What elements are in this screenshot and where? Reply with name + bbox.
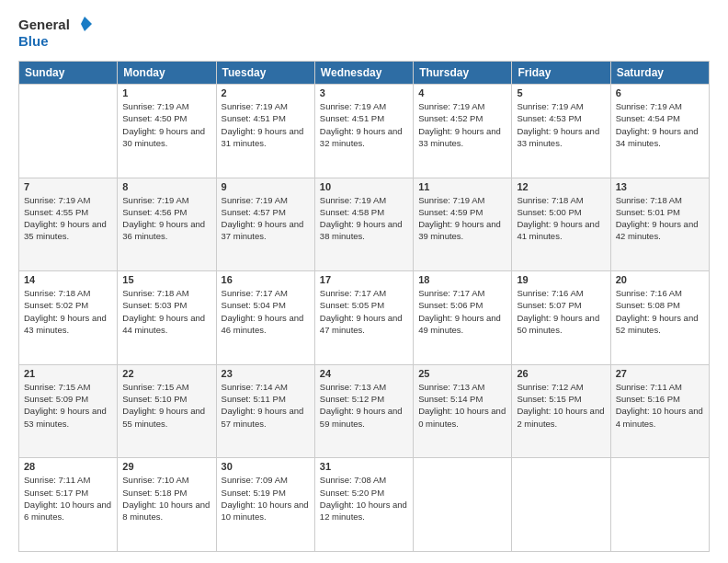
calendar-cell: 10Sunrise: 7:19 AM Sunset: 4:58 PM Dayli… (314, 178, 413, 271)
calendar-cell: 25Sunrise: 7:13 AM Sunset: 5:14 PM Dayli… (414, 364, 512, 458)
day-info: Sunrise: 7:16 AM Sunset: 5:08 PM Dayligh… (616, 287, 704, 336)
day-info: Sunrise: 7:19 AM Sunset: 4:51 PM Dayligh… (222, 100, 310, 149)
day-number: 22 (122, 368, 210, 379)
day-number: 25 (418, 368, 506, 379)
day-number: 17 (320, 274, 408, 285)
weekday-header-saturday: Saturday (610, 62, 709, 85)
day-info: Sunrise: 7:09 AM Sunset: 5:19 PM Dayligh… (222, 474, 310, 523)
day-info: Sunrise: 7:19 AM Sunset: 4:53 PM Dayligh… (517, 100, 605, 149)
day-number: 11 (418, 181, 506, 192)
day-number: 8 (122, 181, 210, 192)
week-row-4: 21Sunrise: 7:15 AM Sunset: 5:09 PM Dayli… (19, 364, 710, 458)
calendar-cell: 28Sunrise: 7:11 AM Sunset: 5:17 PM Dayli… (19, 458, 118, 552)
calendar-cell: 20Sunrise: 7:16 AM Sunset: 5:08 PM Dayli… (610, 271, 709, 365)
calendar-cell (512, 458, 610, 552)
day-info: Sunrise: 7:10 AM Sunset: 5:18 PM Dayligh… (122, 474, 210, 523)
day-info: Sunrise: 7:19 AM Sunset: 4:52 PM Dayligh… (418, 100, 506, 149)
calendar-cell: 8Sunrise: 7:19 AM Sunset: 4:56 PM Daylig… (118, 178, 216, 271)
day-info: Sunrise: 7:18 AM Sunset: 5:03 PM Dayligh… (122, 287, 210, 336)
calendar-cell: 5Sunrise: 7:19 AM Sunset: 4:53 PM Daylig… (512, 85, 610, 178)
weekday-header-wednesday: Wednesday (314, 62, 413, 85)
calendar-cell: 26Sunrise: 7:12 AM Sunset: 5:15 PM Dayli… (512, 364, 610, 458)
day-info: Sunrise: 7:19 AM Sunset: 4:57 PM Dayligh… (222, 194, 310, 243)
logo-svg: General Blue (18, 15, 92, 52)
day-info: Sunrise: 7:19 AM Sunset: 4:51 PM Dayligh… (320, 100, 408, 149)
calendar-cell: 27Sunrise: 7:11 AM Sunset: 5:16 PM Dayli… (610, 364, 709, 458)
day-number: 20 (616, 274, 704, 285)
week-row-2: 7Sunrise: 7:19 AM Sunset: 4:55 PM Daylig… (19, 178, 710, 271)
day-number: 15 (122, 274, 210, 285)
calendar-cell: 30Sunrise: 7:09 AM Sunset: 5:19 PM Dayli… (216, 458, 314, 552)
calendar-cell: 6Sunrise: 7:19 AM Sunset: 4:54 PM Daylig… (610, 85, 709, 178)
calendar-cell: 12Sunrise: 7:18 AM Sunset: 5:00 PM Dayli… (512, 178, 610, 271)
day-info: Sunrise: 7:08 AM Sunset: 5:20 PM Dayligh… (320, 474, 408, 523)
day-number: 30 (222, 461, 310, 472)
calendar-cell: 15Sunrise: 7:18 AM Sunset: 5:03 PM Dayli… (118, 271, 216, 365)
calendar-cell: 1Sunrise: 7:19 AM Sunset: 4:50 PM Daylig… (118, 85, 216, 178)
day-info: Sunrise: 7:16 AM Sunset: 5:07 PM Dayligh… (517, 287, 605, 336)
calendar-cell: 9Sunrise: 7:19 AM Sunset: 4:57 PM Daylig… (216, 178, 314, 271)
day-info: Sunrise: 7:19 AM Sunset: 4:59 PM Dayligh… (418, 194, 506, 243)
calendar-cell: 21Sunrise: 7:15 AM Sunset: 5:09 PM Dayli… (19, 364, 118, 458)
day-info: Sunrise: 7:18 AM Sunset: 5:02 PM Dayligh… (24, 287, 112, 336)
day-info: Sunrise: 7:19 AM Sunset: 4:58 PM Dayligh… (320, 194, 408, 243)
svg-text:General: General (18, 17, 70, 32)
day-number: 23 (222, 368, 310, 379)
calendar-cell: 13Sunrise: 7:18 AM Sunset: 5:01 PM Dayli… (610, 178, 709, 271)
calendar-cell (414, 458, 512, 552)
calendar-cell: 11Sunrise: 7:19 AM Sunset: 4:59 PM Dayli… (414, 178, 512, 271)
day-number: 7 (24, 181, 112, 192)
day-info: Sunrise: 7:18 AM Sunset: 5:01 PM Dayligh… (616, 194, 704, 243)
week-row-1: 1Sunrise: 7:19 AM Sunset: 4:50 PM Daylig… (19, 85, 710, 178)
calendar-cell: 14Sunrise: 7:18 AM Sunset: 5:02 PM Dayli… (19, 271, 118, 365)
day-number: 4 (418, 87, 506, 98)
calendar-cell: 24Sunrise: 7:13 AM Sunset: 5:12 PM Dayli… (314, 364, 413, 458)
day-info: Sunrise: 7:14 AM Sunset: 5:11 PM Dayligh… (222, 381, 310, 430)
calendar-cell: 19Sunrise: 7:16 AM Sunset: 5:07 PM Dayli… (512, 271, 610, 365)
day-number: 21 (24, 368, 112, 379)
weekday-header-sunday: Sunday (19, 62, 118, 85)
day-number: 12 (517, 181, 605, 192)
day-number: 16 (222, 274, 310, 285)
calendar-cell: 22Sunrise: 7:15 AM Sunset: 5:10 PM Dayli… (118, 364, 216, 458)
calendar-cell: 3Sunrise: 7:19 AM Sunset: 4:51 PM Daylig… (314, 85, 413, 178)
day-number: 6 (616, 87, 704, 98)
day-info: Sunrise: 7:17 AM Sunset: 5:06 PM Dayligh… (418, 287, 506, 336)
weekday-header-tuesday: Tuesday (216, 62, 314, 85)
svg-text:Blue: Blue (18, 33, 49, 49)
calendar-cell (610, 458, 709, 552)
day-info: Sunrise: 7:15 AM Sunset: 5:10 PM Dayligh… (122, 381, 210, 430)
day-info: Sunrise: 7:13 AM Sunset: 5:12 PM Dayligh… (320, 381, 408, 430)
calendar-table: SundayMondayTuesdayWednesdayThursdayFrid… (18, 61, 710, 552)
day-info: Sunrise: 7:19 AM Sunset: 4:54 PM Dayligh… (616, 100, 704, 149)
day-number: 1 (122, 87, 210, 98)
day-number: 28 (24, 461, 112, 472)
day-info: Sunrise: 7:19 AM Sunset: 4:50 PM Dayligh… (122, 100, 210, 149)
day-number: 5 (517, 87, 605, 98)
weekday-header-friday: Friday (512, 62, 610, 85)
weekday-header-row: SundayMondayTuesdayWednesdayThursdayFrid… (19, 62, 710, 85)
day-number: 9 (222, 181, 310, 192)
day-number: 24 (320, 368, 408, 379)
day-number: 27 (616, 368, 704, 379)
calendar-cell: 31Sunrise: 7:08 AM Sunset: 5:20 PM Dayli… (314, 458, 413, 552)
day-info: Sunrise: 7:19 AM Sunset: 4:56 PM Dayligh… (122, 194, 210, 243)
week-row-5: 28Sunrise: 7:11 AM Sunset: 5:17 PM Dayli… (19, 458, 710, 552)
day-info: Sunrise: 7:11 AM Sunset: 5:16 PM Dayligh… (616, 381, 704, 430)
calendar-cell: 7Sunrise: 7:19 AM Sunset: 4:55 PM Daylig… (19, 178, 118, 271)
calendar-cell: 2Sunrise: 7:19 AM Sunset: 4:51 PM Daylig… (216, 85, 314, 178)
day-number: 31 (320, 461, 408, 472)
day-info: Sunrise: 7:18 AM Sunset: 5:00 PM Dayligh… (517, 194, 605, 243)
calendar-cell (19, 85, 118, 178)
calendar-cell: 16Sunrise: 7:17 AM Sunset: 5:04 PM Dayli… (216, 271, 314, 365)
weekday-header-monday: Monday (118, 62, 216, 85)
day-number: 18 (418, 274, 506, 285)
week-row-3: 14Sunrise: 7:18 AM Sunset: 5:02 PM Dayli… (19, 271, 710, 365)
day-number: 29 (122, 461, 210, 472)
svg-marker-2 (81, 17, 92, 31)
day-info: Sunrise: 7:12 AM Sunset: 5:15 PM Dayligh… (517, 381, 605, 430)
calendar-cell: 23Sunrise: 7:14 AM Sunset: 5:11 PM Dayli… (216, 364, 314, 458)
day-info: Sunrise: 7:13 AM Sunset: 5:14 PM Dayligh… (418, 381, 506, 430)
calendar-cell: 29Sunrise: 7:10 AM Sunset: 5:18 PM Dayli… (118, 458, 216, 552)
calendar-cell: 4Sunrise: 7:19 AM Sunset: 4:52 PM Daylig… (414, 85, 512, 178)
